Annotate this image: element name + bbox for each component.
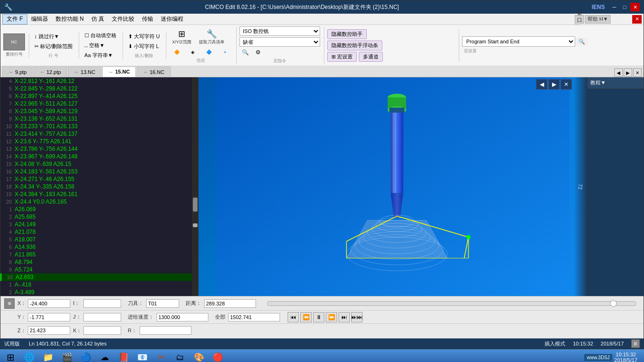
tab-close-btn[interactable]: ✕ [633,68,642,77]
start-button[interactable]: ⊞ [2,349,19,362]
play-step-fwd-btn[interactable]: ⏩ [326,312,337,322]
play-end-btn[interactable]: ⏭⏭ [351,312,363,322]
viewport-left-btn[interactable]: ◀ [536,79,547,90]
menu-transfer[interactable]: 传输 [138,14,157,25]
default-select[interactable]: 缺省 [239,37,320,47]
macro-search-btn[interactable]: 🔍 [576,38,587,46]
jump-row-btn[interactable]: ↕ 跳过行▼ [32,32,75,41]
menu-mini[interactable]: 迷你编程 [157,14,187,25]
3d-icon: 🔵 [81,352,91,362]
all-input[interactable] [228,313,280,321]
tool-input[interactable] [146,299,179,308]
taskbar-app-ie[interactable]: 🌐 [21,349,38,362]
y-input[interactable] [28,313,70,321]
code-editor[interactable]: 4X-22.812 Y-.161 A26.125X-22.845 Y-.298 … [0,77,198,296]
play-pause-btn[interactable]: ⏸ [313,312,324,322]
j-input[interactable] [83,313,121,321]
playback-slider[interactable] [267,301,636,306]
uppercase-btn[interactable]: ⬆ 大写字符 U [126,32,162,41]
line-text: X-23.786 Y-.756 A26.144 [15,145,77,153]
renumber-label: 重排行号 [3,51,25,58]
status-right: 插入模式 10:15:32 2018/5/17 ⊞ [545,339,640,348]
right-panel-header[interactable]: 教程▼ [587,77,644,89]
tab-next-btn[interactable]: ▶ [624,68,632,77]
macro-command-label: 宏指令 [239,58,320,64]
dist-input[interactable] [204,299,256,308]
x-input[interactable] [28,299,70,308]
win2-close[interactable]: ✕ [632,15,642,24]
iso-search-btn[interactable]: 🔍 [239,48,251,57]
win2-max[interactable]: □ [622,15,631,24]
code-scroll-area[interactable]: 4X-22.812 Y-.161 A26.125X-22.845 Y-.298 … [0,77,198,296]
taskbar-app-cloud[interactable]: ☁ [96,349,113,362]
tab-16nc[interactable]: ↔ 16.NC [137,66,170,77]
menu-compare[interactable]: 文件比较 [108,14,138,25]
taskbar-app-3d[interactable]: 🔵 [77,349,94,362]
line-text: X-24.271 Y-.46 A26.155 [15,175,74,183]
menu-sim[interactable]: 仿 真 [88,14,108,25]
taskbar-app-tools[interactable]: ✂ [153,349,170,362]
xyz-range-btn[interactable]: ⊞ X/Y/Z范围 [169,27,194,47]
taskbar-app-paint[interactable]: 🎨 [190,349,207,362]
line-text: X-22.965 Y-.511 A26.127 [15,100,77,107]
bottom-bar: ⊕ X： I： 刀具： 距离： Y： [0,296,644,338]
code-line: 9X-23.136 Y-.652 A26.131 [0,115,198,123]
menu-file[interactable]: 文件 F [2,14,27,25]
extra-btn1[interactable]: 🔶 [169,48,184,57]
minimize-button[interactable]: ─ [610,3,619,11]
extra-btn3[interactable]: 🔷 [201,48,216,57]
window-ctrl-help[interactable]: 帮助 H▼ [585,15,611,24]
right-panel: 教程▼ [587,77,644,296]
win2-min[interactable]: ─ [611,15,621,24]
i-input[interactable] [83,299,121,308]
tab-prev-btn[interactable]: ◀ [614,68,623,77]
hidden-assist-btn[interactable]: 隐藏数控助手 [327,29,367,39]
viewport-right-btn[interactable]: ▶ [548,79,560,90]
right-panel-content[interactable] [587,89,644,296]
scrollbar-track[interactable] [192,77,198,296]
maximize-button[interactable]: □ [620,3,629,11]
viewport-close-btn[interactable]: ✕ [561,79,572,90]
space-btn[interactable]: ⎵ 空格▼ [82,41,119,50]
scrollbar-thumb[interactable] [193,197,198,212]
play-fast-fwd-btn[interactable]: ⏭ [339,312,350,322]
macro-settings-btn[interactable]: ⊞ 宏设置 [327,52,357,62]
iso-settings-btn[interactable]: ⚙ [253,48,263,57]
lowercase-btn[interactable]: ⬇ 小写字符 L [126,42,162,51]
extra-btn2[interactable]: ◈ [185,48,200,57]
taskbar-app-folder2[interactable]: 🗂 [172,349,189,362]
close-button[interactable]: ✕ [630,3,640,11]
mark-delete-btn[interactable]: ✂ 标记/删除范围 [32,42,75,51]
tab-15nc[interactable]: ↔ 15.NC [102,66,136,77]
tab-12ptp[interactable]: ↔ 12.ptp [33,66,67,77]
taskbar-app-nc[interactable]: 🔴 [209,349,226,362]
svg-point-3 [388,107,406,114]
char-string-btn[interactable]: Aa 字符串▼ [82,51,119,60]
r-input[interactable] [140,326,191,335]
tab-13nc[interactable]: ↔ 13.NC [68,66,101,77]
tab-9ptp[interactable]: ↔ 9.ptp [2,66,33,77]
k-input[interactable] [83,326,121,335]
taskbar-app-files[interactable]: 📁 [40,349,57,362]
hidden-assist-float-btn[interactable]: 隐藏数控助手浮动条 [327,41,382,50]
z-input[interactable] [28,326,70,335]
taskbar-app-media[interactable]: 🎬 [58,349,75,362]
multi-channel-btn[interactable]: 多通道 [359,52,383,62]
window-ctrl-1[interactable]: 窗口 W▼ [575,15,584,24]
line-text: X-22.897 Y-.414 A26.125 [15,92,77,100]
menu-edit[interactable]: 编辑器 [27,14,52,25]
iso-select[interactable]: ISO 数控铣 [239,26,320,36]
auto-fill-btn[interactable]: ☐ 自动填空格 [82,31,119,40]
right-panel-title: IENS [592,4,605,10]
line-text: A24.149 [15,221,36,228]
svg-rect-4 [391,109,404,193]
feed-input[interactable] [157,313,208,321]
extra-btn4[interactable]: 🔹 [217,48,232,57]
play-step-back-btn[interactable]: ⏪ [300,312,312,322]
taskbar-app-mail[interactable]: 📧 [134,349,151,362]
taskbar-app-pdf[interactable]: 📕 [115,349,132,362]
macro-dropdown[interactable]: Program Start and End [462,36,575,47]
extract-tool-btn[interactable]: 🔧 提取刀具清单 [196,27,227,47]
play-begin-btn[interactable]: ⏮ [288,312,299,322]
menu-nc[interactable]: 数控功能 N [52,14,88,25]
